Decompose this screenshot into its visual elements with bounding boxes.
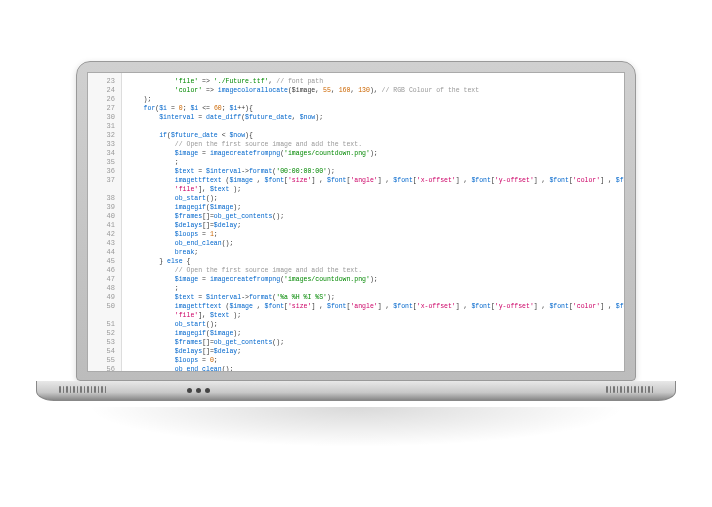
code-line[interactable]: // Open the first source image and add t… [128,266,618,275]
vent-right [606,386,653,393]
laptop-shadow [86,407,626,447]
code-line[interactable]: 'color' => imagecolorallocate($image, 55… [128,86,618,95]
line-number: 51 [88,320,121,329]
line-number-gutter[interactable]: 2324262730313233343536373839404142434445… [88,73,122,371]
line-number: 23 [88,77,121,86]
line-number: 56 [88,365,121,372]
line-number: 50 [88,302,121,311]
line-number: 41 [88,221,121,230]
code-line[interactable]: ; [128,284,618,293]
code-line[interactable]: ); [128,95,618,104]
code-editor-screen: 2324262730313233343536373839404142434445… [87,72,625,372]
line-number: 31 [88,122,121,131]
code-line[interactable]: $loops = 0; [128,356,618,365]
line-number: 34 [88,149,121,158]
line-number: 32 [88,131,121,140]
code-line[interactable]: } else { [128,257,618,266]
code-line[interactable]: for($i = 0; $i <= 60; $i++){ [128,104,618,113]
code-line[interactable]: $frames[]=ob_get_contents(); [128,212,618,221]
line-number: 40 [88,212,121,221]
line-number: 30 [88,113,121,122]
line-number [88,185,121,194]
line-number: 49 [88,293,121,302]
line-number: 35 [88,158,121,167]
code-line[interactable]: 'file'], $text ); [128,311,618,320]
code-line[interactable]: break; [128,248,618,257]
code-area[interactable]: 'file' => './Future.ttf', // font path '… [122,73,624,371]
code-line[interactable]: $frames[]=ob_get_contents(); [128,338,618,347]
code-line[interactable]: imagegif($image); [128,329,618,338]
line-number: 36 [88,167,121,176]
line-number: 48 [88,284,121,293]
line-number: 24 [88,86,121,95]
code-line[interactable]: imagettftext ($image , $font['size'] , $… [128,302,618,311]
line-number: 54 [88,347,121,356]
code-line[interactable]: ; [128,158,618,167]
code-line[interactable]: ob_end_clean(); [128,365,618,371]
code-line[interactable]: 'file'], $text ); [128,185,618,194]
code-line[interactable]: // Open the first source image and add t… [128,140,618,149]
code-line[interactable]: ob_end_clean(); [128,239,618,248]
code-line[interactable]: $delays[]=$delay; [128,347,618,356]
code-line[interactable]: ob_start(); [128,320,618,329]
line-number: 52 [88,329,121,338]
line-number: 26 [88,95,121,104]
code-line[interactable]: if($future_date < $now){ [128,131,618,140]
code-line[interactable]: $interval = date_diff($future_date, $now… [128,113,618,122]
line-number: 38 [88,194,121,203]
code-line[interactable]: $delays[]=$delay; [128,221,618,230]
line-number: 47 [88,275,121,284]
laptop-mockup: 2324262730313233343536373839404142434445… [76,61,636,447]
line-number: 44 [88,248,121,257]
line-number: 42 [88,230,121,239]
laptop-base [36,381,676,401]
code-line[interactable]: imagegif($image); [128,203,618,212]
code-line[interactable]: $text = $interval->format('00:00:00:00')… [128,167,618,176]
line-number: 45 [88,257,121,266]
code-line[interactable]: $image = imagecreatefrompng('images/coun… [128,149,618,158]
code-line[interactable]: $loops = 1; [128,230,618,239]
line-number: 53 [88,338,121,347]
code-line[interactable] [128,122,618,131]
indicator-dots [187,388,210,393]
line-number: 55 [88,356,121,365]
code-line[interactable]: 'file' => './Future.ttf', // font path [128,77,618,86]
line-number: 39 [88,203,121,212]
code-line[interactable]: $image = imagecreatefrompng('images/coun… [128,275,618,284]
line-number: 27 [88,104,121,113]
line-number: 37 [88,176,121,185]
code-line[interactable]: ob_start(); [128,194,618,203]
line-number [88,311,121,320]
vent-left [59,386,106,393]
line-number: 46 [88,266,121,275]
screen-bezel: 2324262730313233343536373839404142434445… [76,61,636,381]
line-number: 33 [88,140,121,149]
code-line[interactable]: $text = $interval->format('%a %H %I %S')… [128,293,618,302]
code-line[interactable]: imagettftext ($image , $font['size'] , $… [128,176,618,185]
line-number: 43 [88,239,121,248]
